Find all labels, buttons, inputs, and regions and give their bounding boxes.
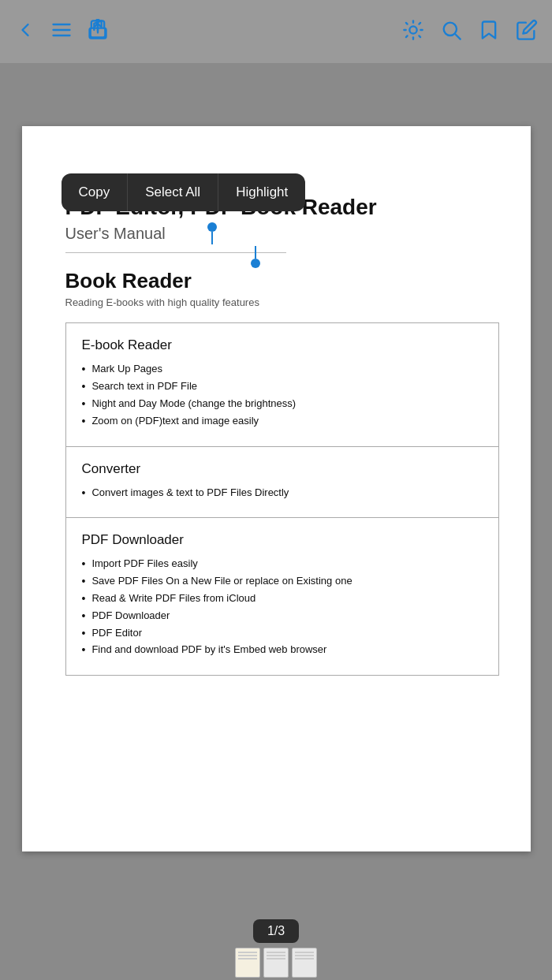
- select-all-button[interactable]: Select All: [128, 173, 218, 211]
- ebook-reader-row: E-book Reader Mark Up Pages Search text …: [65, 323, 498, 446]
- converter-title: Converter: [82, 461, 483, 477]
- list-item: Night and Day Mode (change the brightnes…: [82, 397, 483, 411]
- selection-handle-bottom[interactable]: [251, 246, 260, 268]
- edit-icon[interactable]: [516, 19, 538, 44]
- search-icon[interactable]: [440, 19, 462, 44]
- list-item: Find and download PDF by it's Embed web …: [82, 643, 483, 657]
- list-item: Convert images & text to PDF Files Direc…: [82, 486, 483, 500]
- svg-point-6: [409, 26, 416, 33]
- back-button[interactable]: [14, 19, 36, 44]
- pdf-page: Copy Select All Highlight PDF Editor, PD…: [22, 126, 531, 851]
- ebook-reader-title: E-book Reader: [82, 337, 483, 353]
- list-icon[interactable]: [50, 19, 73, 44]
- feature-table: E-book Reader Mark Up Pages Search text …: [65, 322, 499, 676]
- section-subtitle: Reading E-books with high quality featur…: [65, 296, 499, 308]
- highlight-button[interactable]: Highlight: [218, 173, 305, 211]
- converter-row: Converter Convert images & text to PDF F…: [65, 446, 498, 518]
- thumbnail-1[interactable]: [235, 948, 260, 978]
- handle-line-top: [211, 232, 213, 244]
- pdf-downloader-title: PDF Downloader: [82, 532, 483, 548]
- list-item: Save PDF Files On a New File or replace …: [82, 575, 483, 588]
- list-item: Import PDF Files easily: [82, 557, 483, 571]
- copy-button[interactable]: Copy: [62, 173, 129, 211]
- list-item: Zoom on (PDF)text and image easily: [82, 415, 483, 428]
- list-item: PDF Downloader: [82, 609, 483, 623]
- converter-list: Convert images & text to PDF Files Direc…: [82, 486, 483, 500]
- list-item: PDF Editor: [82, 627, 483, 640]
- section-title: Book Reader: [65, 269, 499, 293]
- nav-left: [14, 19, 109, 44]
- svg-line-14: [419, 23, 420, 24]
- pdf-downloader-row: PDF Downloader Import PDF Files easily S…: [65, 518, 498, 676]
- brightness-icon[interactable]: [402, 19, 424, 44]
- page-wrapper: Copy Select All Highlight PDF Editor, PD…: [0, 63, 552, 851]
- svg-line-10: [419, 35, 420, 37]
- svg-line-16: [455, 34, 460, 39]
- svg-line-13: [406, 35, 408, 37]
- svg-line-9: [406, 23, 408, 24]
- nav-right: [402, 19, 538, 44]
- context-menu: Copy Select All Highlight: [62, 173, 306, 211]
- pdf-downloader-list: Import PDF Files easily Save PDF Files O…: [82, 557, 483, 657]
- thumbnail-2[interactable]: [263, 948, 289, 978]
- thumbnail-3[interactable]: [292, 948, 317, 978]
- selection-handle-top[interactable]: [207, 222, 217, 244]
- ebook-reader-list: Mark Up Pages Search text in PDF File Ni…: [82, 363, 483, 427]
- pdf-downloader-cell: PDF Downloader Import PDF Files easily S…: [65, 518, 498, 676]
- list-item: Mark Up Pages: [82, 363, 483, 376]
- handle-dot-top: [207, 222, 217, 232]
- ebook-reader-cell: E-book Reader Mark Up Pages Search text …: [65, 323, 498, 446]
- share-icon[interactable]: [87, 19, 109, 44]
- bottom-bar: 1/3: [0, 917, 552, 980]
- bookmark-icon[interactable]: [478, 19, 500, 44]
- converter-cell: Converter Convert images & text to PDF F…: [65, 446, 498, 518]
- pdf-subtitle: User's Manual: [65, 225, 499, 243]
- handle-dot-bottom: [251, 259, 260, 268]
- top-navigation-bar: [0, 0, 552, 63]
- handle-line-bottom: [255, 246, 256, 259]
- list-item: Search text in PDF File: [82, 380, 483, 393]
- page-indicator: 1/3: [253, 919, 299, 943]
- thumbnail-bar: [235, 948, 317, 978]
- list-item: Read & Write PDF Files from iCloud: [82, 592, 483, 606]
